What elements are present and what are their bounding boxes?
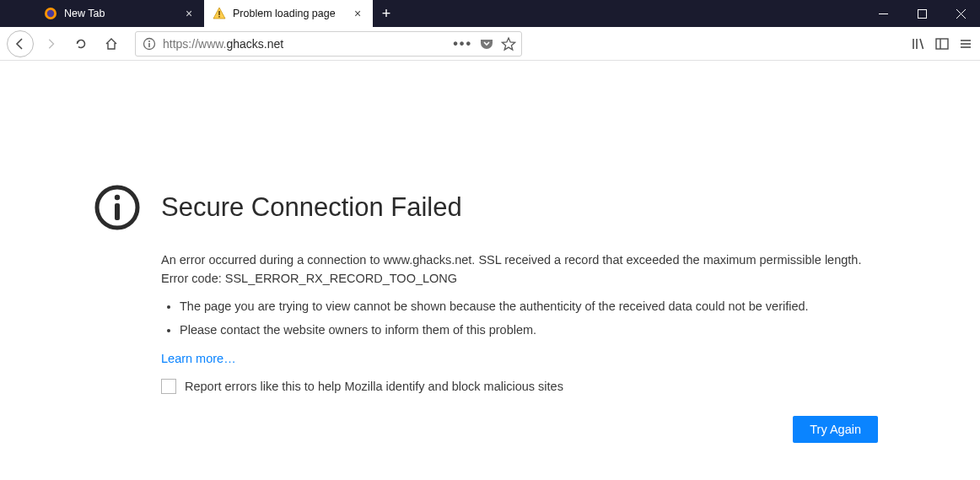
svg-rect-23 xyxy=(115,203,120,220)
url-host: ghacks.net xyxy=(226,37,283,51)
report-label: Report errors like this to help Mozilla … xyxy=(185,380,563,393)
titlebar: New Tab × Problem loading page × + xyxy=(0,0,980,27)
error-bullet: Please contact the website owners to inf… xyxy=(180,321,886,339)
close-window-button[interactable] xyxy=(941,0,980,27)
close-icon[interactable]: × xyxy=(182,7,196,20)
svg-rect-12 xyxy=(148,43,150,47)
url-scheme: https://www. xyxy=(163,37,226,51)
url-bar[interactable]: https://www.ghacks.net ••• xyxy=(135,31,522,57)
urlbar-actions: ••• xyxy=(453,36,516,51)
toolbar: https://www.ghacks.net ••• xyxy=(0,27,980,61)
url-text: https://www.ghacks.net xyxy=(163,37,453,51)
reload-button[interactable] xyxy=(67,30,94,57)
window-controls xyxy=(864,0,980,27)
new-tab-button[interactable]: + xyxy=(373,0,400,27)
tab-new-tab[interactable]: New Tab × xyxy=(35,0,204,27)
close-icon[interactable]: × xyxy=(351,7,364,20)
maximize-button[interactable] xyxy=(902,0,941,27)
pocket-icon[interactable] xyxy=(479,36,494,51)
minimize-button[interactable] xyxy=(864,0,902,27)
forward-button[interactable] xyxy=(37,30,64,57)
error-bullets: The page you are trying to view cannot b… xyxy=(180,297,886,340)
tab-label: Problem loading page xyxy=(233,8,351,19)
tab-strip: New Tab × Problem loading page × + xyxy=(0,0,400,27)
library-icon[interactable] xyxy=(911,36,926,51)
info-icon xyxy=(94,184,141,231)
svg-rect-6 xyxy=(918,9,926,18)
firefox-icon xyxy=(44,7,57,20)
identity-info-icon[interactable] xyxy=(141,37,158,51)
svg-point-1 xyxy=(47,10,54,17)
bookmark-star-icon[interactable] xyxy=(501,36,516,51)
back-button[interactable] xyxy=(7,30,34,57)
tab-problem-loading[interactable]: Problem loading page × xyxy=(204,0,373,27)
svg-rect-3 xyxy=(218,11,219,15)
tab-label: New Tab xyxy=(64,8,182,19)
svg-line-15 xyxy=(920,39,923,49)
svg-rect-4 xyxy=(218,16,219,18)
sidebar-icon[interactable] xyxy=(934,36,950,51)
svg-point-22 xyxy=(115,195,120,200)
warning-icon xyxy=(213,7,226,20)
menu-icon[interactable] xyxy=(958,36,973,51)
home-button[interactable] xyxy=(98,30,125,57)
toolbar-right xyxy=(911,36,973,51)
error-title: Secure Connection Failed xyxy=(161,192,462,223)
try-again-button[interactable]: Try Again xyxy=(793,416,878,443)
error-description: An error occurred during a connection to… xyxy=(161,251,886,289)
error-bullet: The page you are trying to view cannot b… xyxy=(180,297,886,316)
svg-rect-16 xyxy=(936,39,948,49)
svg-marker-9 xyxy=(77,41,79,44)
report-checkbox[interactable] xyxy=(161,379,176,394)
learn-more-link[interactable]: Learn more… xyxy=(161,352,236,365)
svg-point-11 xyxy=(148,40,150,42)
page-content: Secure Connection Failed An error occurr… xyxy=(0,61,980,443)
page-actions-icon[interactable]: ••• xyxy=(453,36,472,51)
